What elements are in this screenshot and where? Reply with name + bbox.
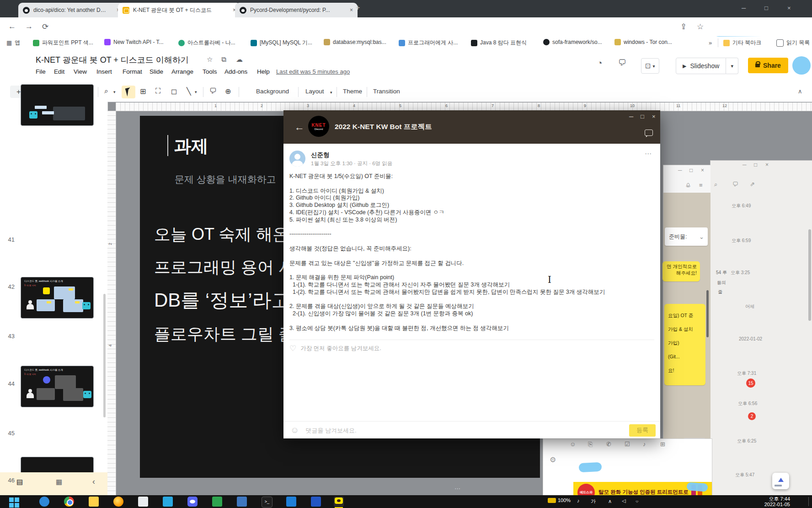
window-scrollbar[interactable] — [808, 229, 811, 321]
browser-tab-1[interactable]: dico-api/dico: Yet another Disco... × — [18, 3, 124, 17]
battery-indicator[interactable]: 100% — [548, 497, 571, 503]
window-minimize-icon[interactable]: ─ — [743, 162, 747, 168]
zoom-dropdown-icon[interactable]: ▾ — [113, 90, 116, 94]
tray-expand-icon[interactable]: ∧ — [608, 498, 612, 504]
gear-icon[interactable]: ⚙ — [550, 455, 556, 464]
insert-shape-icon[interactable]: ◻ — [171, 87, 177, 96]
menu-help[interactable]: Help — [257, 68, 270, 75]
background-button[interactable]: Background — [256, 88, 289, 95]
menu-list-icon[interactable]: ≡ — [699, 182, 703, 189]
send-to-device-icon[interactable]: ⇪ — [680, 22, 687, 32]
bookmark-item[interactable]: New Twitch API - T... — [104, 39, 164, 45]
start-button[interactable] — [9, 497, 19, 508]
insert-line-icon[interactable]: ╲ — [187, 87, 191, 96]
taskbar-icon-kakaotalk-active[interactable]: TALK — [334, 497, 344, 507]
line-dropdown-icon[interactable]: ▾ — [195, 90, 197, 94]
post-more-icon[interactable]: ⋯ — [645, 150, 652, 158]
cloud-saved-icon[interactable]: ☁ — [236, 55, 243, 64]
taskbar-icon-discord[interactable] — [187, 497, 198, 507]
last-edit-link[interactable]: Last edit was 5 minutes ago — [276, 68, 350, 75]
heart-icon[interactable]: ♡ — [289, 344, 296, 353]
mic-icon[interactable]: ♪ — [643, 441, 646, 448]
bookmark-item[interactable]: database:mysql:bas... — [324, 39, 386, 45]
insert-placeholder-icon[interactable]: ⊕ — [225, 87, 231, 96]
zoom-icon[interactable]: ⌕ — [104, 87, 108, 95]
window-close-icon[interactable]: × — [701, 167, 704, 173]
taskbar-icon-terminal[interactable]: >_ — [262, 497, 272, 508]
taskbar-icon-photos[interactable] — [286, 497, 296, 507]
bell-icon[interactable]: 🕭 — [685, 182, 691, 189]
more-plus-icon[interactable]: ⊞ — [660, 441, 665, 448]
show-desktop-button[interactable] — [808, 497, 809, 506]
comment-submit-button[interactable]: 등록 — [629, 424, 656, 437]
menu-addons[interactable]: Add-ons — [224, 68, 247, 75]
taskbar-icon-media[interactable] — [311, 497, 321, 507]
slide-thumbnail-41[interactable]: 디스코드 봇, webhook 시스템 소개 3. 내 봇 서버 — [21, 277, 94, 319]
taskbar-icon-filezilla[interactable] — [237, 497, 247, 507]
slide-subtitle-text[interactable]: 문제 상황을 내재화하고 — [175, 173, 276, 186]
search-icon[interactable]: ⌕ — [714, 181, 717, 188]
forward-icon[interactable]: → — [25, 22, 33, 31]
window-maximize-icon[interactable]: □ — [641, 113, 644, 120]
filmstrip-view-icon[interactable]: ▤ — [16, 478, 23, 486]
select-tool-button-active[interactable] — [122, 86, 135, 98]
menu-file[interactable]: File — [36, 68, 46, 75]
window-close-icon[interactable]: × — [765, 162, 769, 168]
menu-format[interactable]: Format — [123, 68, 142, 75]
voice-call-icon[interactable]: ✆ — [606, 441, 611, 448]
taskbar-icon-eclipse[interactable] — [212, 497, 222, 507]
todo-check-icon[interactable]: ☑ — [625, 441, 630, 448]
bookmark-item[interactable]: sofa-framework/so... — [543, 39, 602, 45]
filmstrip-scrollbar[interactable] — [103, 294, 106, 417]
slide-body-line[interactable]: 오늘 OT 숙제 해온 — [154, 223, 289, 246]
window-maximize-icon[interactable]: □ — [754, 162, 757, 168]
menu-edit[interactable]: Edit — [54, 68, 64, 75]
comment-input[interactable] — [304, 427, 629, 434]
bookmark-item[interactable]: 프로그래머에게 사... — [399, 39, 458, 47]
collapse-filmstrip-icon[interactable]: ‹ — [92, 477, 95, 486]
window-maximize-icon[interactable]: □ — [764, 5, 768, 11]
window-close-icon[interactable]: × — [652, 113, 656, 120]
new-tab-icon[interactable]: + — [356, 4, 360, 12]
slide-body-line[interactable]: 프로그래밍 용어 사 — [154, 256, 295, 279]
theme-button[interactable]: Theme — [343, 88, 362, 95]
window-minimize-icon[interactable]: ─ — [678, 167, 682, 173]
mic-tray-icon[interactable]: ♪ — [577, 498, 580, 503]
taskbar-icon-mail[interactable] — [138, 497, 148, 507]
chat-icon[interactable]: 🗩 — [732, 181, 738, 188]
move-folder-icon[interactable]: ⧉ — [221, 55, 226, 64]
presenter-view-icon[interactable]: ◔ — [597, 58, 602, 68]
comments-icon[interactable]: 🗩 — [618, 58, 626, 68]
network-icon[interactable]: ⌔ — [636, 498, 639, 504]
slide-thumbnail-partial[interactable] — [21, 84, 94, 126]
emoticon-icon[interactable]: ☺ — [290, 425, 299, 435]
menu-tools[interactable]: Tools — [203, 68, 217, 75]
slide-thumbnail-42[interactable]: 디스코드 봇, webhook 시스템 소개 3. 내 봇 서버 — [21, 366, 94, 407]
taskbar-icon-vscode[interactable] — [163, 497, 173, 507]
share-button[interactable]: Share — [748, 58, 788, 73]
chat-scrollbar[interactable] — [706, 290, 709, 337]
window-minimize-icon[interactable]: ─ — [629, 113, 633, 120]
menu-view[interactable]: View — [74, 68, 87, 75]
chevron-down-icon[interactable]: ⌄ — [699, 233, 704, 240]
text-box-icon[interactable]: ⊞ — [140, 87, 146, 96]
taskbar-icon-edge[interactable] — [39, 497, 49, 507]
hide-menus-icon[interactable]: ∧ — [798, 88, 802, 95]
author-name[interactable]: 신준형 — [311, 151, 330, 159]
author-avatar[interactable] — [289, 151, 305, 167]
slide-body-line[interactable]: 플로우차트 그릴 즐 — [154, 323, 295, 346]
present-display-button[interactable]: ⊡ ▾ — [641, 58, 659, 74]
notice-bar[interactable]: 준비물: ⌄ — [665, 227, 708, 246]
window-minimize-icon[interactable]: ─ — [742, 5, 746, 11]
taskbar-clock[interactable]: 오후 7:44 2022-01-05 — [764, 496, 790, 507]
bookmark-item[interactable]: windows - Tor con... — [614, 39, 672, 45]
reading-list-button[interactable]: 읽기 목록 — [776, 39, 810, 47]
slide-title-text[interactable]: 과제 — [174, 135, 208, 158]
menu-slide[interactable]: Slide — [150, 68, 163, 75]
ime-indicator[interactable]: 가 — [591, 498, 596, 505]
back-icon[interactable]: ← — [8, 22, 16, 31]
grid-view-icon[interactable]: ▦ — [56, 478, 62, 486]
bookmark-item[interactable]: Java 8 람다 표현식 — [471, 39, 527, 47]
quick-upload-button[interactable] — [772, 473, 789, 489]
bookmark-star-icon[interactable]: ☆ — [697, 22, 704, 32]
